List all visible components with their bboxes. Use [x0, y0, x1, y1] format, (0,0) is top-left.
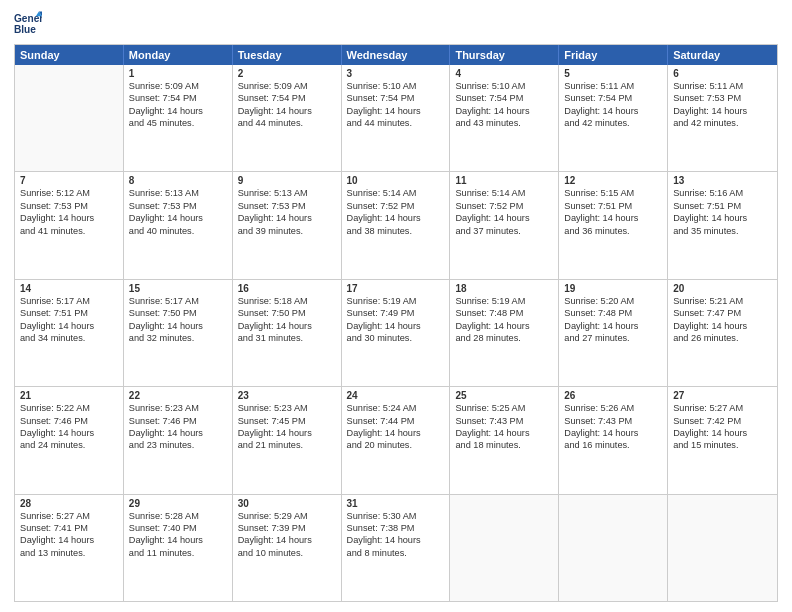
- cell-line: and 27 minutes.: [564, 332, 662, 344]
- calendar-cell-r4c3: 31Sunrise: 5:30 AMSunset: 7:38 PMDayligh…: [342, 495, 451, 601]
- calendar-cell-r4c2: 30Sunrise: 5:29 AMSunset: 7:39 PMDayligh…: [233, 495, 342, 601]
- cell-line: Sunrise: 5:29 AM: [238, 510, 336, 522]
- cell-line: and 31 minutes.: [238, 332, 336, 344]
- cell-line: and 44 minutes.: [347, 117, 445, 129]
- cell-line: Sunrise: 5:22 AM: [20, 402, 118, 414]
- day-number: 13: [673, 175, 772, 186]
- calendar-cell-r0c4: 4Sunrise: 5:10 AMSunset: 7:54 PMDaylight…: [450, 65, 559, 171]
- day-number: 22: [129, 390, 227, 401]
- cell-line: Sunset: 7:43 PM: [455, 415, 553, 427]
- cell-line: Daylight: 14 hours: [238, 212, 336, 224]
- day-number: 30: [238, 498, 336, 509]
- cell-line: Sunset: 7:38 PM: [347, 522, 445, 534]
- cell-line: and 36 minutes.: [564, 225, 662, 237]
- cell-line: Sunrise: 5:30 AM: [347, 510, 445, 522]
- calendar-cell-r3c5: 26Sunrise: 5:26 AMSunset: 7:43 PMDayligh…: [559, 387, 668, 493]
- cell-line: Daylight: 14 hours: [129, 534, 227, 546]
- cell-line: Sunset: 7:45 PM: [238, 415, 336, 427]
- cell-line: Sunset: 7:54 PM: [238, 92, 336, 104]
- cell-line: Daylight: 14 hours: [129, 320, 227, 332]
- day-number: 17: [347, 283, 445, 294]
- cell-line: Sunrise: 5:12 AM: [20, 187, 118, 199]
- cell-line: Daylight: 14 hours: [347, 320, 445, 332]
- cell-line: and 40 minutes.: [129, 225, 227, 237]
- day-number: 14: [20, 283, 118, 294]
- cell-line: Sunset: 7:48 PM: [455, 307, 553, 319]
- cell-line: Sunset: 7:53 PM: [20, 200, 118, 212]
- calendar-cell-r4c4: [450, 495, 559, 601]
- header-cell-saturday: Saturday: [668, 45, 777, 65]
- cell-line: Sunrise: 5:28 AM: [129, 510, 227, 522]
- cell-line: Daylight: 14 hours: [673, 105, 772, 117]
- cell-line: Daylight: 14 hours: [238, 534, 336, 546]
- day-number: 31: [347, 498, 445, 509]
- logo-icon: General Blue: [14, 10, 42, 38]
- cell-line: and 34 minutes.: [20, 332, 118, 344]
- cell-line: Sunset: 7:40 PM: [129, 522, 227, 534]
- header-cell-monday: Monday: [124, 45, 233, 65]
- calendar-cell-r3c1: 22Sunrise: 5:23 AMSunset: 7:46 PMDayligh…: [124, 387, 233, 493]
- calendar-cell-r2c0: 14Sunrise: 5:17 AMSunset: 7:51 PMDayligh…: [15, 280, 124, 386]
- day-number: 9: [238, 175, 336, 186]
- day-number: 7: [20, 175, 118, 186]
- cell-line: Daylight: 14 hours: [564, 105, 662, 117]
- cell-line: Sunrise: 5:09 AM: [129, 80, 227, 92]
- calendar-cell-r3c6: 27Sunrise: 5:27 AMSunset: 7:42 PMDayligh…: [668, 387, 777, 493]
- calendar-row-1: 7Sunrise: 5:12 AMSunset: 7:53 PMDaylight…: [15, 171, 777, 278]
- calendar-cell-r0c2: 2Sunrise: 5:09 AMSunset: 7:54 PMDaylight…: [233, 65, 342, 171]
- cell-line: Sunset: 7:48 PM: [564, 307, 662, 319]
- cell-line: and 35 minutes.: [673, 225, 772, 237]
- cell-line: Daylight: 14 hours: [20, 534, 118, 546]
- cell-line: Sunrise: 5:17 AM: [129, 295, 227, 307]
- day-number: 29: [129, 498, 227, 509]
- calendar-cell-r0c0: [15, 65, 124, 171]
- cell-line: Sunrise: 5:21 AM: [673, 295, 772, 307]
- calendar-cell-r2c6: 20Sunrise: 5:21 AMSunset: 7:47 PMDayligh…: [668, 280, 777, 386]
- cell-line: Sunrise: 5:11 AM: [673, 80, 772, 92]
- calendar-cell-r1c5: 12Sunrise: 5:15 AMSunset: 7:51 PMDayligh…: [559, 172, 668, 278]
- cell-line: and 41 minutes.: [20, 225, 118, 237]
- cell-line: Sunset: 7:43 PM: [564, 415, 662, 427]
- calendar-row-3: 21Sunrise: 5:22 AMSunset: 7:46 PMDayligh…: [15, 386, 777, 493]
- cell-line: Daylight: 14 hours: [129, 427, 227, 439]
- cell-line: and 42 minutes.: [564, 117, 662, 129]
- cell-line: Daylight: 14 hours: [455, 427, 553, 439]
- cell-line: Daylight: 14 hours: [673, 427, 772, 439]
- header-cell-wednesday: Wednesday: [342, 45, 451, 65]
- cell-line: Daylight: 14 hours: [238, 105, 336, 117]
- day-number: 25: [455, 390, 553, 401]
- cell-line: Sunset: 7:54 PM: [129, 92, 227, 104]
- cell-line: and 32 minutes.: [129, 332, 227, 344]
- day-number: 28: [20, 498, 118, 509]
- calendar-row-0: 1Sunrise: 5:09 AMSunset: 7:54 PMDaylight…: [15, 65, 777, 171]
- cell-line: Sunrise: 5:23 AM: [129, 402, 227, 414]
- cell-line: and 45 minutes.: [129, 117, 227, 129]
- cell-line: and 39 minutes.: [238, 225, 336, 237]
- cell-line: Sunrise: 5:10 AM: [455, 80, 553, 92]
- cell-line: and 44 minutes.: [238, 117, 336, 129]
- cell-line: Daylight: 14 hours: [455, 320, 553, 332]
- cell-line: Sunrise: 5:23 AM: [238, 402, 336, 414]
- day-number: 26: [564, 390, 662, 401]
- cell-line: and 8 minutes.: [347, 547, 445, 559]
- cell-line: and 23 minutes.: [129, 439, 227, 451]
- day-number: 6: [673, 68, 772, 79]
- cell-line: Sunrise: 5:14 AM: [347, 187, 445, 199]
- cell-line: Sunrise: 5:10 AM: [347, 80, 445, 92]
- cell-line: and 38 minutes.: [347, 225, 445, 237]
- cell-line: Sunset: 7:54 PM: [455, 92, 553, 104]
- calendar-cell-r4c1: 29Sunrise: 5:28 AMSunset: 7:40 PMDayligh…: [124, 495, 233, 601]
- cell-line: Daylight: 14 hours: [455, 105, 553, 117]
- cell-line: Sunrise: 5:24 AM: [347, 402, 445, 414]
- day-number: 24: [347, 390, 445, 401]
- svg-text:Blue: Blue: [14, 24, 36, 35]
- header-cell-sunday: Sunday: [15, 45, 124, 65]
- day-number: 10: [347, 175, 445, 186]
- day-number: 8: [129, 175, 227, 186]
- cell-line: Daylight: 14 hours: [20, 212, 118, 224]
- cell-line: Sunset: 7:54 PM: [564, 92, 662, 104]
- day-number: 4: [455, 68, 553, 79]
- cell-line: Sunrise: 5:27 AM: [20, 510, 118, 522]
- header-cell-tuesday: Tuesday: [233, 45, 342, 65]
- calendar: SundayMondayTuesdayWednesdayThursdayFrid…: [14, 44, 778, 602]
